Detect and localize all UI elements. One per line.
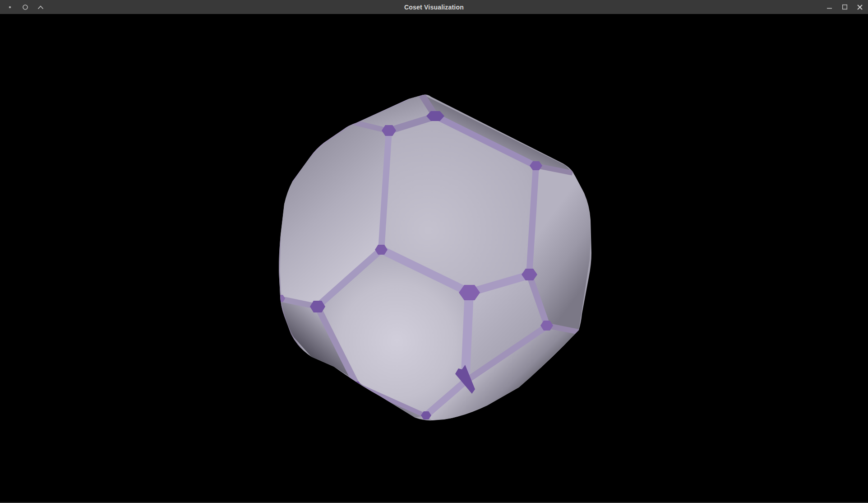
maximize-button[interactable] xyxy=(841,4,848,11)
chevron-up-icon[interactable] xyxy=(37,4,44,11)
window-title: Coset Visualization xyxy=(404,4,464,11)
circle-icon[interactable] xyxy=(22,4,29,11)
titlebar[interactable]: Coset Visualization xyxy=(0,0,868,14)
viewport xyxy=(0,14,868,502)
close-button[interactable] xyxy=(856,4,863,11)
titlebar-left-icons xyxy=(0,0,44,14)
titlebar-window-controls xyxy=(826,0,868,14)
viewport-canvas[interactable] xyxy=(0,14,868,502)
dot-icon xyxy=(6,4,14,11)
app-window: Coset Visualization xyxy=(0,0,868,503)
minimize-button[interactable] xyxy=(826,4,833,11)
polyhedron-faces xyxy=(279,95,591,420)
polyhedron xyxy=(276,95,591,421)
